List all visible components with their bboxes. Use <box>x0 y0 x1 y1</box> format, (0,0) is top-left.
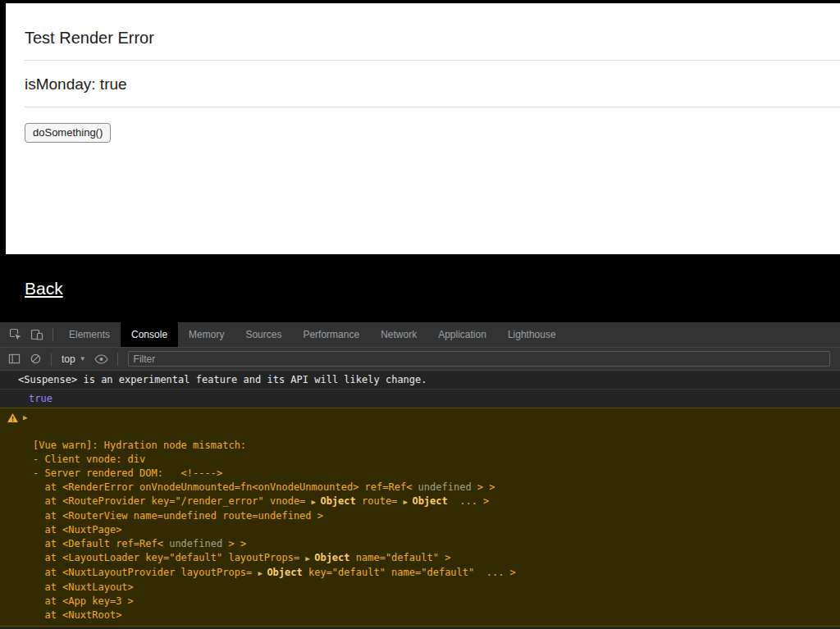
console-info-message: <Suspense> is an experimental feature an… <box>0 371 840 390</box>
console-toolbar: top ▼ <box>0 347 840 371</box>
console-sidebar-icon[interactable] <box>3 349 25 370</box>
warning-text-segment: at <Default ref=Ref< <box>33 538 169 549</box>
warning-text-segment: - Client vnode: div <box>33 454 145 465</box>
inspect-icon[interactable] <box>5 324 26 345</box>
warning-text-segment[interactable]: ▶ <box>404 498 413 506</box>
console-result: true <box>0 390 840 408</box>
info-message-text: <Suspense> is an experimental feature an… <box>18 374 427 385</box>
console-warning-line: - Server rendered DOM: <!----> <box>0 467 840 481</box>
tab-memory[interactable]: Memory <box>178 322 235 347</box>
object-token[interactable]: Object <box>412 495 447 507</box>
warning-text-segment[interactable]: ▶ <box>258 569 267 577</box>
console-warning-line: at <NuxtLayoutProvider layoutProps= ▶ Ob… <box>0 566 840 581</box>
warning-text-segment: at <RenderError onVnodeUnmounted=fn<onVn… <box>33 481 418 493</box>
divider <box>25 60 840 61</box>
devtools-panel: ElementsConsoleMemorySourcesPerformanceN… <box>0 322 840 629</box>
console-filter-input[interactable] <box>128 351 830 367</box>
warning-text-segment: at <RouterView name=undefined route=unde… <box>33 510 323 522</box>
warning-text-segment: undefined <box>418 481 472 493</box>
warning-text-segment: undefined <box>169 538 222 549</box>
warning-text-segment: ... > <box>448 495 490 507</box>
warning-text-segment: at <NuxtLayoutProvider layoutProps= <box>33 567 258 578</box>
chevron-down-icon: ▼ <box>80 355 86 362</box>
console-warning-line: at <RenderError onVnodeUnmounted=fn<onVn… <box>0 481 840 495</box>
tab-elements[interactable]: Elements <box>58 322 121 347</box>
warning-text-segment[interactable]: ▶ <box>312 498 321 506</box>
context-selector[interactable]: top ▼ <box>57 353 91 365</box>
tab-console[interactable]: Console <box>121 322 178 347</box>
console-warning-line: at <App key=3 > <box>0 595 840 608</box>
live-expression-eye-icon[interactable] <box>91 349 112 370</box>
warning-text-segment: key="default" name="default" ... > <box>303 567 516 578</box>
warning-text-segment[interactable]: ▶ <box>305 554 314 563</box>
warning-text-segment: name="default" > <box>350 552 451 563</box>
toolbar-separator <box>51 353 52 366</box>
warning-text-segment: > > <box>222 538 246 549</box>
warning-text-segment: at <NuxtLayout> <box>33 581 134 593</box>
expand-triangle-icon[interactable]: ▶ <box>23 411 27 425</box>
device-toolbar-icon[interactable] <box>26 324 48 345</box>
clear-console-icon[interactable] <box>25 349 46 370</box>
console-warning-line: ▶[Vue warn]: Hydration node mismatch: <box>0 411 840 453</box>
console-messages: <Suspense> is an experimental feature an… <box>0 371 840 629</box>
toolbar-separator <box>117 353 118 366</box>
dosomething-button[interactable]: doSomething() <box>25 123 111 143</box>
console-warning-line: - Client vnode: div <box>0 453 840 467</box>
object-token[interactable]: Object <box>314 552 349 563</box>
tab-network[interactable]: Network <box>370 322 427 347</box>
console-warning-line: at <NuxtLayout> <box>0 581 840 595</box>
object-token[interactable]: Object <box>320 495 355 507</box>
console-warning-line: at <LayoutLoader key="default" layoutPro… <box>0 551 840 566</box>
console-warning-line: at <Default ref=Ref< undefined > > <box>0 537 840 551</box>
warning-text-segment: route= <box>356 495 404 507</box>
warning-text-segment: - Server rendered DOM: <!----> <box>33 467 222 479</box>
console-warning-line: at <RouterView name=undefined route=unde… <box>0 509 840 523</box>
tab-performance[interactable]: Performance <box>292 322 370 347</box>
warning-text-segment: at <App key=3 > <box>33 595 134 607</box>
object-token[interactable]: Object <box>267 567 302 578</box>
tab-sources[interactable]: Sources <box>235 322 292 347</box>
divider <box>25 107 840 107</box>
context-selector-label: top <box>62 353 75 365</box>
warning-icon <box>7 412 18 426</box>
warning-text-segment: at <NuxtPage> <box>33 524 121 536</box>
result-value: true <box>29 393 52 404</box>
tab-lighthouse[interactable]: Lighthouse <box>497 322 567 347</box>
ismonday-status-text: isMonday: true <box>25 75 840 94</box>
console-warning-block: ▶[Vue warn]: Hydration node mismatch:- C… <box>0 408 840 627</box>
warning-text-segment: > > <box>472 481 495 493</box>
browser-page: Test Render Error isMonday: true doSomet… <box>6 3 840 254</box>
console-warning-line: at <NuxtRoot> <box>0 608 840 622</box>
warning-text-segment: at <LayoutLoader key="default" layoutPro… <box>33 552 305 563</box>
toolbar-separator <box>52 328 53 341</box>
page-title: Test Render Error <box>25 28 840 48</box>
console-warning-line: at <RouteProvider key="/render_error" vn… <box>0 495 840 509</box>
warning-text-segment: [Vue warn]: Hydration node mismatch: <box>33 440 246 451</box>
devtools-tabbar: ElementsConsoleMemorySourcesPerformanceN… <box>0 322 840 347</box>
back-section: Back <box>0 254 840 322</box>
console-warning-line: at <NuxtPage> <box>0 523 840 537</box>
tab-application[interactable]: Application <box>427 322 497 347</box>
devtools-tabs: ElementsConsoleMemorySourcesPerformanceN… <box>58 322 567 347</box>
back-link[interactable]: Back <box>25 279 63 299</box>
warning-text-segment: at <NuxtRoot> <box>33 609 121 621</box>
warning-text-segment: at <RouteProvider key="/render_error" vn… <box>33 495 312 507</box>
